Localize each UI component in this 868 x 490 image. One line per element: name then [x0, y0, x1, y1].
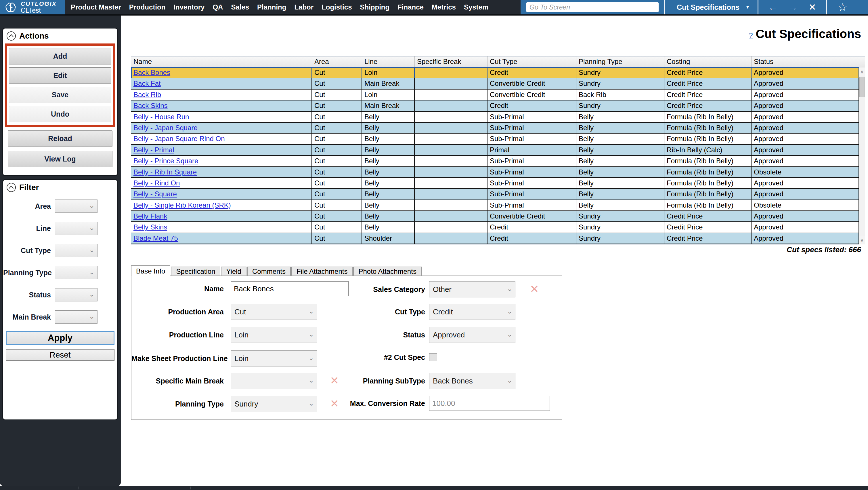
- nav-item-labor[interactable]: Labor: [290, 3, 317, 11]
- sales-category-combo[interactable]: Other ⌄: [429, 281, 516, 297]
- nav-item-logistics[interactable]: Logistics: [317, 3, 356, 11]
- table-row[interactable]: Belly SkinsCutBellyCreditSundryCredit Pr…: [131, 222, 859, 233]
- screen-selector-dropdown[interactable]: Cut Specifications ▼: [669, 3, 757, 11]
- status-combo[interactable]: Approved ⌄: [429, 327, 516, 343]
- name-input[interactable]: [231, 281, 348, 296]
- cut-spec-2-checkbox[interactable]: [429, 353, 437, 361]
- planning-type-combo[interactable]: Sundry ⌄: [231, 396, 317, 412]
- filter-combo-planning-type[interactable]: ⌄: [55, 266, 97, 279]
- make-sheet-production-line-combo[interactable]: Loin ⌄: [231, 350, 317, 367]
- go-to-screen-input[interactable]: [526, 2, 659, 12]
- table-row[interactable]: Blade Meat 75CutShoulderCreditSundryCred…: [131, 233, 859, 244]
- cut-spec-link[interactable]: Belly Skins: [133, 223, 167, 231]
- table-row[interactable]: Belly FlankCutBellyConvertible CreditSun…: [131, 211, 859, 222]
- column-header-cut-type[interactable]: Cut Type: [488, 56, 577, 67]
- nav-item-sales[interactable]: Sales: [227, 3, 253, 11]
- help-link[interactable]: ?: [749, 31, 753, 40]
- nav-item-qa[interactable]: QA: [209, 3, 227, 11]
- column-header-specific-break[interactable]: Specific Break: [415, 56, 488, 67]
- table-row[interactable]: Belly - Prince SquareCutBellySub-PrimalB…: [131, 156, 859, 167]
- cut-spec-link[interactable]: Back Skins: [133, 102, 168, 109]
- table-row[interactable]: Belly - Japan Square Rind OnCutBellySub-…: [131, 134, 859, 145]
- tab-base-info[interactable]: Base Info: [131, 265, 170, 276]
- reset-button[interactable]: Reset: [6, 349, 115, 361]
- table-row[interactable]: Belly - SquareCutBellySub-PrimalBellyFor…: [131, 189, 859, 200]
- nav-item-inventory[interactable]: Inventory: [169, 3, 209, 11]
- column-header-line[interactable]: Line: [362, 56, 415, 67]
- planning-subtype-combo[interactable]: Back Bones ⌄: [429, 373, 516, 389]
- cut-spec-link[interactable]: Belly Flank: [133, 212, 167, 220]
- cut-spec-link[interactable]: Back Fat: [133, 80, 161, 87]
- undo-button[interactable]: Undo: [9, 106, 111, 122]
- cut-spec-link[interactable]: Back Bones: [133, 68, 170, 76]
- cut-spec-link[interactable]: Belly - Japan Square: [133, 124, 197, 132]
- specific-main-break-combo[interactable]: ⌄: [231, 373, 317, 389]
- forward-icon[interactable]: →: [788, 3, 798, 12]
- reload-button[interactable]: Reload: [8, 131, 113, 147]
- cut-spec-link[interactable]: Blade Meat 75: [133, 234, 178, 242]
- clear-sales-category-icon[interactable]: ✕: [530, 284, 539, 294]
- cut-spec-link[interactable]: Belly - House Run: [133, 113, 189, 121]
- table-row[interactable]: Belly - Rib In SquareCutBellySub-PrimalB…: [131, 167, 859, 178]
- cell-line: Loin: [362, 90, 415, 100]
- filter-combo-cut-type[interactable]: ⌄: [55, 244, 97, 257]
- column-header-costing[interactable]: Costing: [664, 56, 751, 67]
- cell-line: Belly: [362, 211, 415, 221]
- cut-spec-link[interactable]: Belly - Japan Square Rind On: [133, 135, 225, 143]
- table-row[interactable]: Belly - House RunCutBellySub-PrimalBelly…: [131, 112, 859, 123]
- cut-spec-link[interactable]: Belly - Primal: [133, 146, 174, 154]
- table-row[interactable]: Back SkinsCutMain BreakCreditSundryCredi…: [131, 100, 859, 111]
- scroll-up-icon[interactable]: ∧: [859, 67, 865, 76]
- save-button[interactable]: Save: [9, 87, 111, 103]
- scrollbar-thumb[interactable]: [859, 77, 865, 97]
- cut-spec-link[interactable]: Belly - Square: [133, 190, 177, 198]
- nav-item-product-master[interactable]: Product Master: [67, 3, 125, 11]
- cut-spec-link[interactable]: Back Rib: [133, 91, 161, 98]
- filter-combo-area[interactable]: ⌄: [55, 200, 97, 213]
- favorite-star-icon[interactable]: ☆: [827, 2, 859, 13]
- tab-photo-attachments[interactable]: Photo Attachments: [353, 267, 421, 276]
- table-row[interactable]: Back FatCutMain BreakConvertible CreditS…: [131, 78, 859, 89]
- table-row[interactable]: Back RibCutLoinConvertible CreditBack Ri…: [131, 90, 859, 100]
- table-row[interactable]: Belly - Japan SquareCutBellySub-PrimalBe…: [131, 123, 859, 134]
- column-header-planning-type[interactable]: Planning Type: [577, 56, 664, 67]
- table-row[interactable]: Belly - Single Rib Korean (SRK)CutBellyS…: [131, 200, 859, 211]
- nav-item-metrics[interactable]: Metrics: [428, 3, 460, 11]
- view-log-button[interactable]: View Log: [8, 151, 113, 167]
- nav-item-production[interactable]: Production: [125, 3, 170, 11]
- table-row[interactable]: Back BonesCutLoinCreditSundryCredit Pric…: [131, 67, 859, 78]
- filter-combo-line[interactable]: ⌄: [55, 222, 97, 235]
- nav-item-finance[interactable]: Finance: [394, 3, 428, 11]
- cut-spec-link[interactable]: Belly - Rib In Square: [133, 168, 197, 176]
- filter-combo-status[interactable]: ⌄: [55, 288, 97, 301]
- column-header-name[interactable]: Name: [131, 56, 312, 67]
- cut-spec-link[interactable]: Belly - Prince Square: [133, 157, 198, 165]
- collapse-chevron-up-icon[interactable]: [6, 182, 17, 193]
- nav-item-system[interactable]: System: [460, 3, 492, 11]
- max-conversion-rate-input[interactable]: [429, 396, 550, 411]
- back-icon[interactable]: ←: [768, 3, 777, 12]
- cut-spec-link[interactable]: Belly - Single Rib Korean (SRK): [133, 201, 231, 209]
- column-header-status[interactable]: Status: [751, 56, 859, 67]
- cut-type-combo[interactable]: Credit ⌄: [429, 304, 516, 320]
- close-icon[interactable]: ✕: [808, 3, 816, 12]
- column-header-area[interactable]: Area: [312, 56, 362, 67]
- nav-item-shipping[interactable]: Shipping: [356, 3, 394, 11]
- cut-spec-link[interactable]: Belly - Rind On: [133, 179, 180, 187]
- tab-yield[interactable]: Yield: [221, 267, 246, 276]
- table-row[interactable]: Belly - PrimalCutBellyPrimalBellyRib-In …: [131, 145, 859, 156]
- tab-comments[interactable]: Comments: [247, 267, 291, 276]
- collapse-chevron-up-icon[interactable]: [6, 31, 17, 41]
- add-button[interactable]: Add: [9, 48, 111, 64]
- vertical-scrollbar[interactable]: ∧ ∨: [859, 67, 865, 244]
- apply-button[interactable]: Apply: [6, 331, 115, 345]
- tab-specification[interactable]: Specification: [171, 267, 220, 276]
- table-row[interactable]: Belly - Rind OnCutBellySub-PrimalBellyFo…: [131, 178, 859, 189]
- nav-item-planning[interactable]: Planning: [253, 3, 290, 11]
- filter-combo-main-break[interactable]: ⌄: [55, 310, 97, 324]
- edit-button[interactable]: Edit: [9, 67, 111, 84]
- production-line-combo[interactable]: Loin ⌄: [231, 327, 317, 343]
- tab-file-attachments[interactable]: File Attachments: [291, 267, 352, 276]
- scroll-down-icon[interactable]: ∨: [859, 236, 865, 244]
- production-area-combo[interactable]: Cut ⌄: [231, 304, 317, 320]
